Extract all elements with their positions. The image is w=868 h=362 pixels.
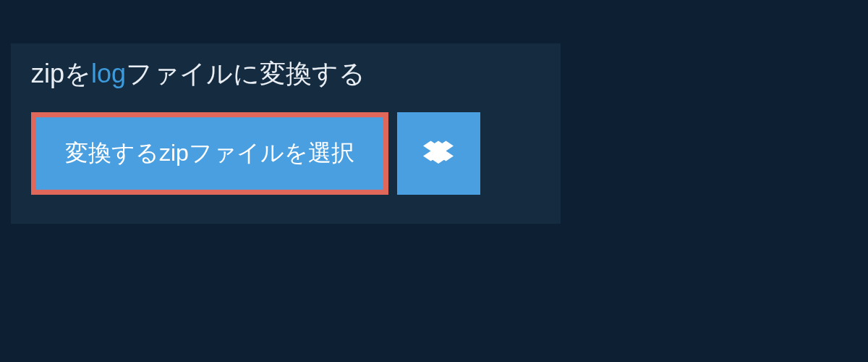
page-title: zipをlogファイルに変換する xyxy=(11,43,386,112)
select-file-button[interactable]: 変換するzipファイルを選択 xyxy=(31,112,388,195)
dropbox-icon xyxy=(423,138,454,169)
heading-suffix: ファイルに変換する xyxy=(126,59,365,88)
heading-from-format: zip xyxy=(31,59,64,88)
button-row: 変換するzipファイルを選択 xyxy=(11,112,561,195)
select-file-button-label: 変換するzipファイルを選択 xyxy=(65,138,354,169)
converter-panel: zipをlogファイルに変換する 変換するzipファイルを選択 xyxy=(11,43,561,224)
heading-separator: を xyxy=(64,59,91,88)
heading-to-format: log xyxy=(91,59,126,88)
dropbox-button[interactable] xyxy=(397,112,480,195)
